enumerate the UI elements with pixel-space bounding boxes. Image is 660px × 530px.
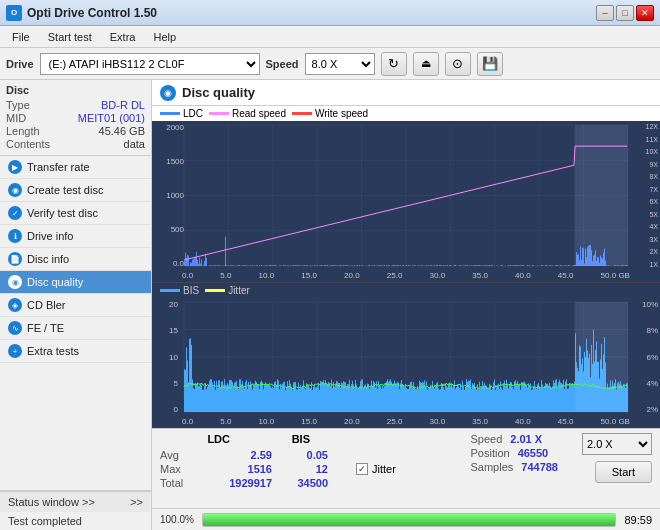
speed-select-start: 2.0 X Start [582,433,652,504]
create-test-label: Create test disc [27,184,103,196]
disc-info-icon: 📄 [8,252,22,266]
maximize-button[interactable]: □ [616,5,634,21]
total-label: Total [160,477,204,489]
disc-mid-row: MID MEIT01 (001) [6,112,145,124]
title-bar: O Opti Drive Control 1.50 – □ ✕ [0,0,660,26]
status-window-arrows: >> [130,496,143,508]
disc-section: Disc Type BD-R DL MID MEIT01 (001) Lengt… [0,80,151,156]
menu-file[interactable]: File [4,29,38,45]
sidebar-item-create-test-disc[interactable]: ◉ Create test disc [0,179,151,202]
legend-jitter-color [205,289,225,292]
sidebar-item-drive-info[interactable]: ℹ Drive info [0,225,151,248]
jitter-label: Jitter [372,463,396,475]
legend-bis: BIS [160,285,199,296]
jitter-checkbox[interactable]: ✓ [356,463,368,475]
sidebar-item-cd-bler[interactable]: ◈ CD Bler [0,294,151,317]
content-area: ◉ Disc quality LDC Read speed Write spee… [152,80,660,530]
speed-label: Speed [266,58,299,70]
close-button[interactable]: ✕ [636,5,654,21]
fe-te-icon: ∿ [8,321,22,335]
ldc-total-value: 1929917 [208,477,272,489]
legend2-row: BIS Jitter [152,283,660,298]
cd-bler-label: CD Bler [27,299,66,311]
speed-value: 2.01 X [510,433,542,445]
ldc-avg-value: 2.59 [208,449,272,461]
test-completed-label: Test completed [0,512,151,530]
stats-panel: LDC BIS Avg 2.59 0.05 Max 1516 12 Total … [152,428,660,508]
disc-length-val: 45.46 GB [99,125,145,137]
refresh-button[interactable]: ↻ [381,52,407,76]
position-label: Position [470,447,509,459]
disc-mid-key: MID [6,112,26,124]
transfer-rate-icon: ▶ [8,160,22,174]
minimize-button[interactable]: – [596,5,614,21]
stats-ldc-bis: LDC BIS Avg 2.59 0.05 Max 1516 12 Total … [160,433,328,504]
samples-value: 744788 [521,461,558,473]
test-speed-select[interactable]: 2.0 X [582,433,652,455]
samples-label: Samples [470,461,513,473]
toolbar: Drive (E:) ATAPI iHBS112 2 CL0F Speed 8.… [0,48,660,80]
menu-start-test[interactable]: Start test [40,29,100,45]
time-label: 89:59 [624,514,652,526]
bis-avg-value: 0.05 [276,449,328,461]
legend-ldc-color [160,112,180,115]
verify-test-label: Verify test disc [27,207,98,219]
disc-mid-val: MEIT01 (001) [78,112,145,124]
app-icon: O [6,5,22,21]
drive-select[interactable]: (E:) ATAPI iHBS112 2 CL0F [40,53,260,75]
eject-button[interactable]: ⏏ [413,52,439,76]
window-controls: – □ ✕ [596,5,654,21]
menu-extra[interactable]: Extra [102,29,144,45]
burn-button[interactable]: ⊙ [445,52,471,76]
jitter-checkbox-section: ✓ Jitter [356,433,396,504]
sidebar-item-verify-test-disc[interactable]: ✓ Verify test disc [0,202,151,225]
disc-quality-icon: ◉ [8,275,22,289]
disc-quality-header-icon: ◉ [160,85,176,101]
disc-quality-label: Disc quality [27,276,83,288]
jitter-checkbox-row[interactable]: ✓ Jitter [356,463,396,475]
sidebar-status: Status window >> >> Test completed [0,490,151,530]
speed-label-text: Speed [470,433,502,445]
chart-bottom: 20151050 10%8%6%4%2% 0.05.010.015.020.02… [152,298,660,428]
speed-select[interactable]: 8.0 X [305,53,375,75]
menu-bar: File Start test Extra Help [0,26,660,48]
bis-total-value: 34500 [276,477,328,489]
sidebar-item-transfer-rate[interactable]: ▶ Transfer rate [0,156,151,179]
drive-label: Drive [6,58,34,70]
status-window-label: Status window >> [8,496,95,508]
sidebar-buttons: ▶ Transfer rate ◉ Create test disc ✓ Ver… [0,156,151,490]
drive-info-icon: ℹ [8,229,22,243]
chart-top: 2000150010005000.0 12X11X10X9X8X7X6X5X4X… [152,121,660,283]
sidebar-item-extra-tests[interactable]: + Extra tests [0,340,151,363]
status-window-button[interactable]: Status window >> >> [0,491,151,512]
save-button[interactable]: 💾 [477,52,503,76]
disc-quality-title: Disc quality [182,85,255,100]
disc-length-row: Length 45.46 GB [6,125,145,137]
legend-bis-label: BIS [183,285,199,296]
progress-percent-label: 100.0% [160,514,194,525]
sidebar-item-disc-info[interactable]: 📄 Disc info [0,248,151,271]
disc-type-key: Type [6,99,30,111]
sidebar-item-disc-quality[interactable]: ◉ Disc quality [0,271,151,294]
sidebar-item-fe-te[interactable]: ∿ FE / TE [0,317,151,340]
max-label: Max [160,463,204,475]
progress-bar-container [202,513,617,527]
progress-bar-fill [203,514,616,526]
ldc-chart [152,121,660,282]
verify-test-icon: ✓ [8,206,22,220]
spacer [412,433,455,504]
legend-jitter-label: Jitter [228,285,250,296]
stats-total-row: Total 1929917 34500 [160,477,328,489]
legend-write-speed: Write speed [292,108,368,119]
menu-help[interactable]: Help [145,29,184,45]
start-button[interactable]: Start [595,461,652,483]
stats-avg-row: Avg 2.59 0.05 [160,449,328,461]
create-test-icon: ◉ [8,183,22,197]
disc-contents-val: data [124,138,145,150]
samples-row: Samples 744788 [470,461,558,473]
disc-type-val: BD-R DL [101,99,145,111]
position-value: 46550 [518,447,549,459]
legend-jitter: Jitter [205,285,250,296]
charts-area: 2000150010005000.0 12X11X10X9X8X7X6X5X4X… [152,121,660,428]
speed-row: Speed 2.01 X [470,433,558,445]
